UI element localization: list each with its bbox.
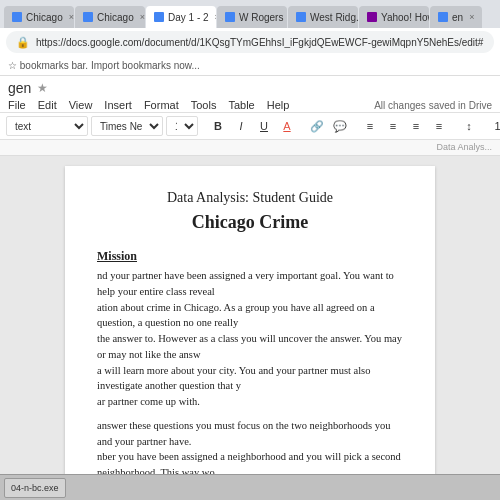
doc-menu-bar: File Edit View Insert Format Tools Table… bbox=[0, 98, 500, 112]
underline-button[interactable]: U bbox=[254, 116, 274, 136]
body-line7: nber you have been assigned a neighborho… bbox=[97, 451, 401, 474]
align-right-button[interactable]: ≡ bbox=[406, 116, 426, 136]
tab-favicon-4 bbox=[225, 12, 235, 22]
tab-label-5: West Ridg... bbox=[310, 12, 358, 23]
doc-title: gen bbox=[8, 80, 31, 96]
menu-tools[interactable]: Tools bbox=[191, 99, 217, 111]
body-line2: ation about crime in Chicago. As a group… bbox=[97, 302, 375, 329]
doc-saved-status: All changes saved in Drive bbox=[374, 100, 492, 111]
tab-favicon-7 bbox=[438, 12, 448, 22]
browser-chrome: Chicago × Chicago × Day 1 - 2 × W Rogers… bbox=[0, 0, 500, 76]
ruler-area: Data Analys... bbox=[0, 140, 500, 156]
body-line4: a will learn more about your city. You a… bbox=[97, 365, 370, 392]
tab-yahoo[interactable]: Yahoo! How to c... × bbox=[359, 6, 429, 28]
tab-bar: Chicago × Chicago × Day 1 - 2 × W Rogers… bbox=[0, 0, 500, 28]
tab-close-3[interactable]: × bbox=[215, 12, 216, 22]
gdocs-chrome: gen ★ File Edit View Insert Format Tools… bbox=[0, 76, 500, 156]
body-line6: answer these questions you must focus on… bbox=[97, 420, 390, 447]
section1-body2: answer these questions you must focus on… bbox=[97, 418, 403, 474]
line-spacing-button[interactable]: ↕ bbox=[459, 116, 479, 136]
font-select[interactable]: Times New... Arial bbox=[91, 116, 163, 136]
tab-label-2: Chicago bbox=[97, 12, 134, 23]
menu-edit[interactable]: Edit bbox=[38, 99, 57, 111]
doc-page[interactable]: Data Analysis: Student Guide Chicago Cri… bbox=[65, 166, 435, 474]
font-size-select[interactable]: 12 10 14 bbox=[166, 116, 198, 136]
tab-close-2[interactable]: × bbox=[140, 12, 145, 22]
address-url: https://docs.google.com/document/d/1KQsg… bbox=[36, 37, 484, 48]
menu-help[interactable]: Help bbox=[267, 99, 290, 111]
align-center-button[interactable]: ≡ bbox=[383, 116, 403, 136]
body-line5: ar partner come up with. bbox=[97, 396, 200, 407]
tab-en[interactable]: en × bbox=[430, 6, 482, 28]
tab-label-4: W Rogers P... bbox=[239, 12, 287, 23]
taskbar-item-label: 04-n-bc.exe bbox=[11, 483, 59, 493]
lock-icon: 🔒 bbox=[16, 36, 30, 49]
strikethrough-button[interactable]: A bbox=[277, 116, 297, 136]
tab-close-7[interactable]: × bbox=[469, 12, 474, 22]
doc-top-bar: gen ★ bbox=[0, 76, 500, 98]
align-justify-button[interactable]: ≡ bbox=[429, 116, 449, 136]
body-line3: the answer to. However as a class you wi… bbox=[97, 333, 402, 360]
menu-format[interactable]: Format bbox=[144, 99, 179, 111]
menu-view[interactable]: View bbox=[69, 99, 93, 111]
doc-star-icon[interactable]: ★ bbox=[37, 81, 48, 95]
section1-heading: Mission bbox=[97, 249, 403, 264]
tab-favicon-1 bbox=[12, 12, 22, 22]
address-bar[interactable]: 🔒 https://docs.google.com/document/d/1KQ… bbox=[6, 31, 494, 53]
tab-label-6: Yahoo! How to c... bbox=[381, 12, 429, 23]
tab-chicago-2[interactable]: Chicago × bbox=[75, 6, 145, 28]
bold-button[interactable]: B bbox=[208, 116, 228, 136]
tab-chicago-1[interactable]: Chicago × bbox=[4, 6, 74, 28]
formatting-toolbar: text Normal text Heading 1 Times New... … bbox=[0, 112, 500, 140]
tab-westridg[interactable]: West Ridg... × bbox=[288, 6, 358, 28]
tab-favicon-3 bbox=[154, 12, 164, 22]
taskbar-item-exe[interactable]: 04-n-bc.exe bbox=[4, 478, 66, 498]
address-bar-container: 🔒 https://docs.google.com/document/d/1KQ… bbox=[0, 28, 500, 56]
style-select[interactable]: text Normal text Heading 1 bbox=[6, 116, 88, 136]
tab-favicon-2 bbox=[83, 12, 93, 22]
body-line1: nd your partner have been assigned a ver… bbox=[97, 270, 394, 297]
main-wrapper: Chicago × Chicago × Day 1 - 2 × W Rogers… bbox=[0, 0, 500, 500]
link-button[interactable]: 🔗 bbox=[307, 116, 327, 136]
tab-label-3: Day 1 - 2 bbox=[168, 12, 209, 23]
menu-file[interactable]: File bbox=[8, 99, 26, 111]
bookmarks-bar: ☆ bookmarks bar. Import bookmarks now... bbox=[0, 56, 500, 76]
menu-insert[interactable]: Insert bbox=[104, 99, 132, 111]
tab-favicon-6 bbox=[367, 12, 377, 22]
doc-page-title: Data Analysis: Student Guide bbox=[97, 190, 403, 206]
comment-button[interactable]: 💬 bbox=[330, 116, 350, 136]
numbered-list-button[interactable]: 1. bbox=[489, 116, 500, 136]
tab-favicon-5 bbox=[296, 12, 306, 22]
tab-wrogers[interactable]: W Rogers P... × bbox=[217, 6, 287, 28]
doc-page-container: Data Analysis: Student Guide Chicago Cri… bbox=[0, 156, 500, 474]
tab-label-1: Chicago bbox=[26, 12, 63, 23]
tab-close-1[interactable]: × bbox=[69, 12, 74, 22]
section1-body: nd your partner have been assigned a ver… bbox=[97, 268, 403, 410]
doc-page-subtitle: Chicago Crime bbox=[97, 212, 403, 233]
tab-day1[interactable]: Day 1 - 2 × bbox=[146, 6, 216, 28]
tab-label-7: en bbox=[452, 12, 463, 23]
taskbar: 04-n-bc.exe bbox=[0, 474, 500, 500]
ruler-label: Data Analys... bbox=[436, 142, 492, 152]
menu-table[interactable]: Table bbox=[228, 99, 254, 111]
align-left-button[interactable]: ≡ bbox=[360, 116, 380, 136]
italic-button[interactable]: I bbox=[231, 116, 251, 136]
bookmarks-bar-text: ☆ bookmarks bar. Import bookmarks now... bbox=[8, 60, 200, 71]
